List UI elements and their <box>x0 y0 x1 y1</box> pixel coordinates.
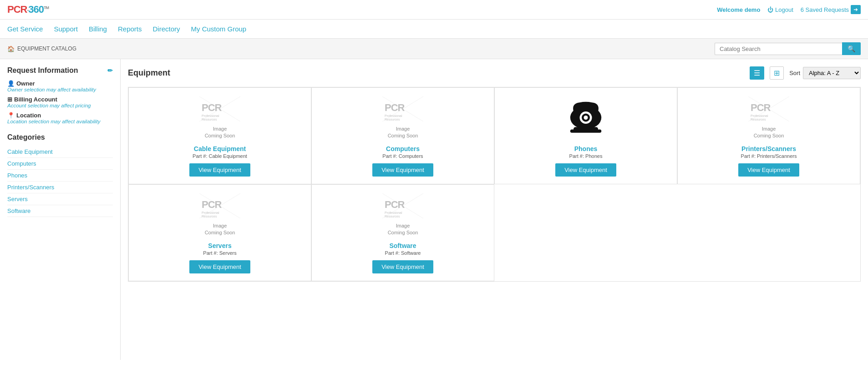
image-coming-soon-text: ImageComing Soon <box>388 222 418 237</box>
request-info-title: Request Information ✏ <box>7 66 113 75</box>
search-input[interactable] <box>715 43 842 55</box>
logout-link[interactable]: ⏻ Logout <box>767 6 793 13</box>
card-name-link[interactable]: Printers/Scanners <box>685 145 853 152</box>
equipment-card-servers: PCR Professional Resources ImageComing S… <box>128 184 311 281</box>
card-part-number: Part #: Printers/Scanners <box>685 153 853 159</box>
svg-text:Resources: Resources <box>385 118 400 121</box>
image-coming-soon-text: ImageComing Soon <box>205 126 235 140</box>
owner-label: 👤 Owner <box>7 80 113 87</box>
equipment-card-computers: PCR Professional Resources ImageComing S… <box>311 87 494 184</box>
nav-item-my-custom-group[interactable]: My Custom Group <box>191 25 247 33</box>
card-name-link[interactable]: Software <box>319 242 487 249</box>
card-part-number: Part #: Servers <box>136 250 304 256</box>
billing-label: ⊞ Billing Account <box>7 96 113 103</box>
panel-header: Equipment ☰ ⊞ Sort Alpha: A - Z Alpha: Z… <box>128 66 861 80</box>
panel-title: Equipment <box>128 68 170 78</box>
card-name-link[interactable]: Servers <box>136 242 304 249</box>
grid-view-button[interactable]: ⊞ <box>770 66 784 80</box>
nav-item-support[interactable]: Support <box>54 25 78 33</box>
logo: PCR·360TM <box>7 4 49 15</box>
billing-hint: Account selection may affect pricing <box>7 103 113 108</box>
equipment-card-printers-scanners: PCR Professional Resources ImageComing S… <box>677 87 860 184</box>
welcome-text: Welcome demo <box>717 6 760 13</box>
svg-rect-15 <box>570 130 601 133</box>
card-name-link[interactable]: Cable Equipment <box>136 145 304 152</box>
card-part-number: Part #: Software <box>319 250 487 256</box>
person-icon: 👤 <box>7 80 15 87</box>
svg-text:PCR: PCR <box>385 199 405 210</box>
card-image: PCR Professional Resources ImageComing S… <box>319 192 487 238</box>
image-placeholder: PCR Professional Resources ImageComing S… <box>382 193 423 237</box>
card-image: PCR Professional Resources ImageComing S… <box>136 95 304 141</box>
view-controls: ☰ ⊞ Sort Alpha: A - Z Alpha: Z - A <box>750 66 861 80</box>
card-part-number: Part #: Cable Equipment <box>136 153 304 159</box>
image-coming-soon-text: ImageComing Soon <box>205 222 235 237</box>
location-hint: Location selection may affect availabili… <box>7 119 113 124</box>
view-equipment-button[interactable]: View Equipment <box>372 260 433 273</box>
saved-requests-icon: ➜ <box>851 5 861 14</box>
view-equipment-button[interactable]: View Equipment <box>738 163 799 177</box>
owner-hint: Owner selection may affect availability <box>7 87 113 92</box>
categories-title: Categories <box>7 133 113 142</box>
sort-select[interactable]: Alpha: A - Z Alpha: Z - A <box>803 67 861 79</box>
category-link-printers-scanners[interactable]: Printers/Scanners <box>7 182 113 193</box>
right-panel: Equipment ☰ ⊞ Sort Alpha: A - Z Alpha: Z… <box>121 59 868 360</box>
equipment-grid: PCR Professional Resources ImageComing S… <box>128 87 861 282</box>
card-image: PCR Professional Resources ImageComing S… <box>136 192 304 238</box>
location-section: 📍 Location Location selection may affect… <box>7 112 113 124</box>
search-bar: 🔍 <box>715 42 861 55</box>
category-link-computers[interactable]: Computers <box>7 158 113 170</box>
card-name-link[interactable]: Computers <box>319 145 487 152</box>
equipment-card-cable-equipment: PCR Professional Resources ImageComing S… <box>128 87 311 184</box>
main-nav: Get ServiceSupportBillingReportsDirector… <box>0 20 868 39</box>
edit-icon[interactable]: ✏ <box>107 67 113 74</box>
top-header: PCR·360TM Welcome demo ⏻ Logout 6 Saved … <box>0 0 868 20</box>
breadcrumb-path: EQUIPMENT CATALOG <box>17 45 76 52</box>
nav-item-directory[interactable]: Directory <box>152 25 180 33</box>
pin-icon: 📍 <box>7 112 15 119</box>
equipment-card-phones: Phones Part #: Phones View Equipment <box>494 87 677 184</box>
view-equipment-button[interactable]: View Equipment <box>189 260 250 273</box>
card-part-number: Part #: Phones <box>502 153 670 159</box>
category-link-software[interactable]: Software <box>7 205 113 217</box>
sort-control: Sort Alpha: A - Z Alpha: Z - A <box>789 67 861 79</box>
card-image: PCR Professional Resources ImageComing S… <box>319 95 487 141</box>
nav-item-get-service[interactable]: Get Service <box>7 25 43 33</box>
image-coming-soon-text: ImageComing Soon <box>754 126 784 140</box>
image-placeholder: PCR Professional Resources ImageComing S… <box>199 193 240 237</box>
nav-item-reports[interactable]: Reports <box>118 25 142 33</box>
svg-point-13 <box>584 116 588 120</box>
view-equipment-button[interactable]: View Equipment <box>555 163 616 177</box>
equipment-card-software: PCR Professional Resources ImageComing S… <box>311 184 494 281</box>
image-coming-soon-text: ImageComing Soon <box>388 126 418 140</box>
svg-text:PCR: PCR <box>385 102 405 113</box>
svg-text:PCR: PCR <box>751 102 771 113</box>
card-name-link[interactable]: Phones <box>502 145 670 152</box>
svg-text:Resources: Resources <box>202 118 217 121</box>
breadcrumb: 🏠 EQUIPMENT CATALOG <box>7 45 76 52</box>
svg-text:PCR: PCR <box>202 199 222 210</box>
sidebar: Request Information ✏ 👤 Owner Owner sele… <box>0 59 121 360</box>
category-link-cable-equipment[interactable]: Cable Equipment <box>7 146 113 158</box>
power-icon: ⏻ <box>767 6 773 13</box>
card-part-number: Part #: Computers <box>319 153 487 159</box>
billing-section: ⊞ Billing Account Account selection may … <box>7 96 113 108</box>
owner-section: 👤 Owner Owner selection may affect avail… <box>7 80 113 92</box>
breadcrumb-bar: 🏠 EQUIPMENT CATALOG 🔍 <box>0 39 868 59</box>
nav-item-billing[interactable]: Billing <box>89 25 107 33</box>
billing-icon: ⊞ <box>7 96 12 103</box>
svg-text:Resources: Resources <box>202 215 217 218</box>
categories-list: Cable EquipmentComputersPhonesPrinters/S… <box>7 146 113 217</box>
category-link-servers[interactable]: Servers <box>7 193 113 205</box>
view-equipment-button[interactable]: View Equipment <box>372 163 433 177</box>
main-content: Request Information ✏ 👤 Owner Owner sele… <box>0 59 868 360</box>
list-view-button[interactable]: ☰ <box>750 66 764 80</box>
image-placeholder: PCR Professional Resources ImageComing S… <box>748 96 789 140</box>
view-equipment-button[interactable]: View Equipment <box>189 163 250 177</box>
header-right: Welcome demo ⏻ Logout 6 Saved Requests ➜ <box>717 5 861 14</box>
saved-requests[interactable]: 6 Saved Requests ➜ <box>801 5 861 14</box>
category-link-phones[interactable]: Phones <box>7 170 113 182</box>
image-placeholder: PCR Professional Resources ImageComing S… <box>199 96 240 140</box>
phone-image <box>565 95 606 141</box>
search-button[interactable]: 🔍 <box>842 42 861 55</box>
